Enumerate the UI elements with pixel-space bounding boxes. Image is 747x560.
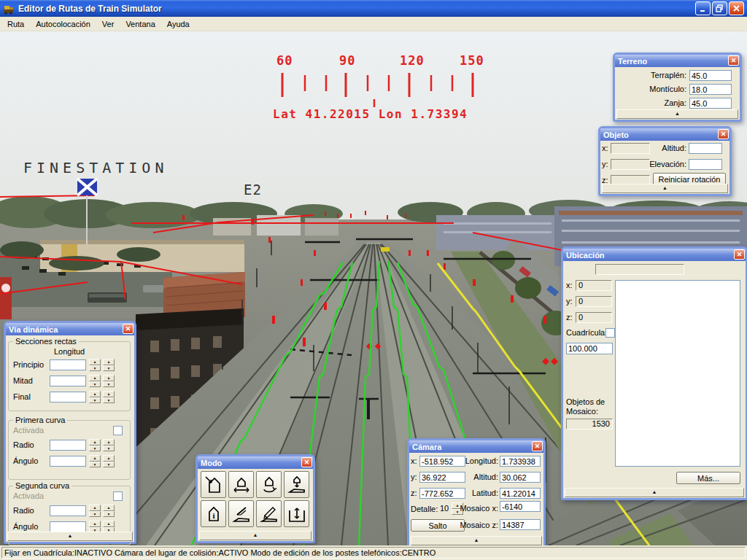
- altitude-input[interactable]: [689, 143, 722, 154]
- spin-down-icon[interactable]: ▼: [89, 365, 101, 372]
- curve1-radius-input[interactable]: [50, 440, 86, 451]
- start-spinner-1[interactable]: ▲▼: [89, 359, 101, 371]
- place-object-mode-button[interactable]: [201, 471, 226, 498]
- spin-down-icon[interactable]: ▼: [103, 381, 115, 388]
- start-length-input[interactable]: [50, 359, 86, 370]
- end-length-input[interactable]: [50, 392, 86, 402]
- camera-altitude-input[interactable]: [500, 472, 541, 483]
- drop-object-to-ground-mode-button[interactable]: [284, 471, 309, 498]
- middle-length-input[interactable]: [50, 376, 86, 386]
- curve1-angle-spinner-1[interactable]: ▲▼: [89, 455, 101, 467]
- middle-spinner-2[interactable]: ▲▼: [103, 375, 115, 387]
- curve1-radius-spinner-2[interactable]: ▲▼: [103, 439, 115, 451]
- spin-down-icon[interactable]: ▼: [103, 397, 115, 404]
- panel-terreno-titlebar[interactable]: Terreno ✕: [615, 55, 740, 67]
- spin-up-icon[interactable]: ▲: [89, 505, 101, 511]
- tile-objects-list[interactable]: [615, 280, 740, 467]
- panel-via-titlebar[interactable]: Vía dinámica ✕: [6, 323, 134, 335]
- panel-objeto-collapse-button[interactable]: ▲: [602, 184, 728, 193]
- end-spinner-1[interactable]: ▲▼: [89, 391, 101, 403]
- spin-down-icon[interactable]: ▼: [89, 446, 101, 452]
- panel-camara-close-icon[interactable]: ✕: [532, 441, 543, 451]
- spin-up-icon[interactable]: ▲: [89, 359, 101, 365]
- spin-up-icon[interactable]: ▲: [103, 391, 115, 397]
- menu-ventana[interactable]: Ventana: [120, 18, 160, 31]
- panel-terreno-collapse-button[interactable]: ▲: [616, 109, 738, 119]
- spin-up-icon[interactable]: ▲: [103, 455, 115, 462]
- curve1-angle-input[interactable]: [50, 456, 86, 467]
- spin-down-icon[interactable]: ▼: [103, 511, 115, 518]
- panel-camara-titlebar[interactable]: Cámara ✕: [409, 440, 543, 453]
- spin-down-icon[interactable]: ▼: [89, 397, 101, 404]
- spin-up-icon[interactable]: ▲: [89, 439, 101, 446]
- camera-latitude-label: Latitud:: [454, 488, 498, 499]
- menu-ver[interactable]: Ver: [96, 18, 120, 31]
- more-button[interactable]: Más...: [676, 472, 740, 484]
- spin-down-icon[interactable]: ▼: [89, 381, 101, 388]
- spin-up-icon[interactable]: ▲: [103, 505, 115, 511]
- curve1-radius-spinner-1[interactable]: ▲▼: [89, 439, 101, 451]
- panel-modo-collapse-button[interactable]: ▲: [199, 531, 311, 540]
- menu-ruta[interactable]: Ruta: [1, 18, 30, 31]
- middle-spinner-1[interactable]: ▲▼: [89, 375, 101, 387]
- panel-ubicacion-titlebar[interactable]: Ubicación ✕: [563, 249, 746, 261]
- menu-ayuda[interactable]: Ayuda: [161, 18, 196, 31]
- minimize-button[interactable]: [695, 1, 711, 15]
- embankment-input[interactable]: [689, 70, 732, 81]
- spin-up-icon[interactable]: ▲: [103, 521, 115, 527]
- spin-up-icon[interactable]: ▲: [89, 455, 101, 462]
- curve1-angle-spinner-2[interactable]: ▲▼: [103, 455, 115, 467]
- spin-up-icon[interactable]: ▲: [89, 521, 101, 527]
- panel-camara-collapse-button[interactable]: ▲: [411, 536, 542, 545]
- camera-longitude-input[interactable]: [500, 456, 541, 467]
- panel-modo-close-icon[interactable]: ✕: [301, 457, 312, 467]
- ditch-input[interactable]: [689, 98, 732, 109]
- panel-modo-titlebar[interactable]: Modo ✕: [198, 456, 313, 469]
- curve2-enabled-checkbox[interactable]: [113, 491, 123, 501]
- title-bar[interactable]: Editor de Rutas de Train Simulator: [0, 0, 747, 17]
- spin-up-icon[interactable]: ▲: [89, 391, 101, 397]
- rotate-object-mode-button[interactable]: [256, 471, 282, 498]
- panel-objeto-close-icon[interactable]: ✕: [718, 129, 729, 139]
- spin-down-icon[interactable]: ▼: [103, 446, 115, 452]
- raise-lower-terrain-mode-button[interactable]: [284, 500, 309, 527]
- end-spinner-2[interactable]: ▲▼: [103, 391, 115, 403]
- spin-up-icon[interactable]: ▲: [103, 439, 115, 446]
- spin-down-icon[interactable]: ▼: [89, 511, 101, 518]
- curve2-radius-spinner-1[interactable]: ▲▼: [89, 505, 101, 517]
- spin-up-icon[interactable]: ▲: [103, 375, 115, 381]
- mound-input[interactable]: [689, 84, 732, 95]
- panel-via-collapse-button[interactable]: ▲: [7, 532, 133, 541]
- lat-lon-readout: Lat 41.22015 Lon 1.73394: [273, 107, 468, 121]
- spin-down-icon[interactable]: ▼: [103, 365, 115, 372]
- tile-x-input[interactable]: [500, 501, 541, 512]
- curve1-enabled-checkbox[interactable]: [113, 426, 123, 435]
- draw-terrain-mode-button[interactable]: [256, 500, 282, 527]
- cut-terrain-mode-button[interactable]: [228, 500, 254, 527]
- menu-autocolocacion[interactable]: Autocolocación: [30, 18, 96, 31]
- tile-z-input[interactable]: [500, 519, 541, 530]
- panel-ubicacion-close-icon[interactable]: ✕: [734, 249, 745, 260]
- panel-via-close-icon[interactable]: ✕: [123, 324, 133, 334]
- panel-objeto-titlebar[interactable]: Objeto ✕: [600, 128, 729, 141]
- spin-down-icon[interactable]: ▼: [89, 462, 101, 468]
- elevation-input[interactable]: [689, 159, 722, 170]
- move-object-mode-button[interactable]: [228, 471, 254, 498]
- curve2-angle-input[interactable]: [50, 521, 86, 532]
- spin-up-icon[interactable]: ▲: [103, 359, 115, 365]
- curve2-radius-spinner-2[interactable]: ▲▼: [103, 505, 115, 517]
- restore-button[interactable]: [712, 1, 727, 15]
- panel-terreno-close-icon[interactable]: ✕: [728, 55, 739, 66]
- compass-label-60: 60: [276, 53, 293, 68]
- camera-latitude-input[interactable]: [500, 488, 541, 499]
- object-info-mode-button[interactable]: i: [201, 500, 226, 527]
- spin-down-icon[interactable]: ▼: [103, 462, 115, 468]
- grid-size-input[interactable]: [566, 343, 613, 354]
- grid-snap-checkbox[interactable]: [605, 328, 615, 338]
- spin-up-icon[interactable]: ▲: [89, 375, 101, 381]
- panel-ubicacion-collapse-button[interactable]: ▲: [565, 488, 744, 497]
- curve2-radius-input[interactable]: [50, 505, 86, 516]
- close-button[interactable]: [729, 1, 744, 15]
- start-spinner-2[interactable]: ▲▼: [103, 359, 115, 371]
- menu-bar: Ruta Autocolocación Ver Ventana Ayuda: [0, 17, 747, 31]
